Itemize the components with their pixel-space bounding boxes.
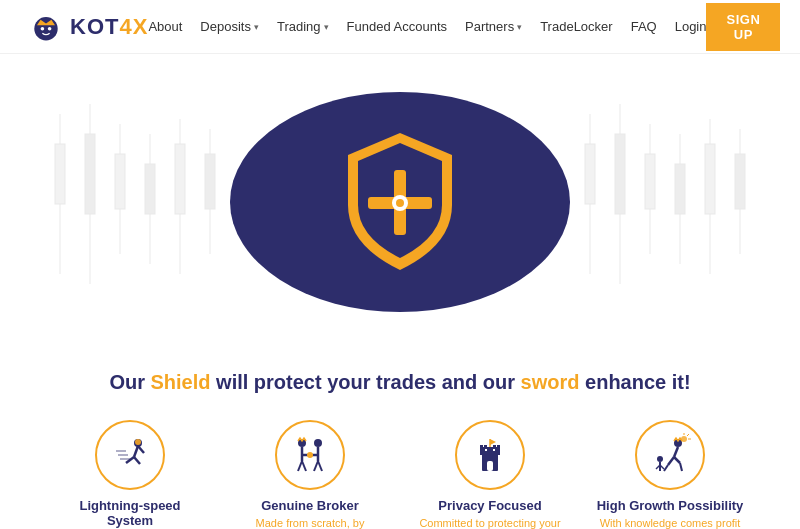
nav-item-trading[interactable]: Trading ▾ [277,19,329,34]
feature-lightning-icon [95,420,165,490]
signup-button[interactable]: SIGN UP [706,3,780,51]
svg-rect-56 [493,445,496,449]
feature-privacy-title: Privacy Focused [438,498,541,513]
features-section: Lightning-speed System Designed for effi… [0,410,800,529]
feature-growth: High Growth Possibility With knowledge c… [595,420,745,529]
nav-item-faq[interactable]: FAQ [631,19,657,34]
svg-point-32 [135,439,141,445]
svg-point-0 [34,17,57,40]
nav: About Deposits ▾ Trading ▾ Funded Accoun… [148,19,706,34]
logo-icon [28,9,64,45]
svg-point-45 [307,452,313,458]
feature-lightning: Lightning-speed System Designed for effi… [55,420,205,529]
feature-privacy: Privacy Focused Committed to protecting … [415,420,565,529]
nav-item-tradelocker[interactable]: TradeLocker [540,19,613,34]
nav-item-partners[interactable]: Partners ▾ [465,19,522,34]
svg-line-65 [664,465,668,471]
svg-rect-20 [645,154,655,209]
svg-rect-58 [487,461,493,471]
svg-marker-60 [490,439,496,445]
svg-line-34 [126,457,134,463]
svg-rect-16 [585,144,595,204]
svg-line-64 [674,457,680,463]
logo-text: KOT4X [70,14,148,40]
svg-line-73 [687,434,689,436]
svg-rect-14 [205,154,215,209]
svg-rect-8 [115,154,125,209]
svg-line-66 [680,463,682,471]
svg-point-67 [657,456,663,462]
svg-line-62 [674,447,678,457]
feature-broker: Genuine Broker Made from scratch, by pro… [235,420,385,529]
tagline-section: Our Shield will protect your trades and … [0,349,800,410]
feature-growth-title: High Growth Possibility [597,498,744,513]
svg-line-47 [302,461,306,471]
svg-line-49 [318,461,322,471]
svg-rect-57 [497,445,500,449]
svg-rect-22 [675,164,685,214]
nav-item-about[interactable]: About [148,19,182,34]
feature-privacy-icon [455,420,525,490]
feature-privacy-desc: Committed to protecting your data [415,517,565,529]
svg-rect-10 [145,164,155,214]
svg-line-46 [298,461,302,471]
logo: KOT4X [28,9,148,45]
svg-point-2 [48,27,52,31]
svg-line-36 [138,446,144,453]
nav-item-login[interactable]: Login [675,19,707,34]
feature-growth-desc: With knowledge comes profit [600,517,741,529]
svg-rect-12 [175,144,185,214]
tagline-text: Our Shield will protect your trades and … [20,371,780,394]
svg-rect-6 [85,134,95,214]
feature-growth-icon [635,420,705,490]
svg-line-63 [668,457,674,465]
svg-rect-4 [55,144,65,204]
feature-lightning-title: Lightning-speed System [55,498,205,528]
svg-point-41 [314,439,322,447]
chevron-down-icon: ▾ [254,22,259,32]
svg-rect-55 [484,445,487,449]
svg-point-1 [41,27,45,31]
nav-item-funded[interactable]: Funded Accounts [347,19,447,34]
svg-line-48 [314,461,318,471]
svg-line-33 [134,446,138,457]
svg-rect-54 [480,445,483,449]
svg-line-35 [134,457,140,464]
svg-rect-53 [487,447,493,453]
nav-item-deposits[interactable]: Deposits ▾ [200,19,259,34]
svg-rect-26 [735,154,745,209]
svg-point-30 [396,199,404,207]
chevron-down-icon: ▾ [324,22,329,32]
feature-broker-title: Genuine Broker [261,498,359,513]
header: KOT4X About Deposits ▾ Trading ▾ Funded … [0,0,800,54]
svg-point-71 [681,436,687,442]
feature-broker-icon [275,420,345,490]
hero-section [0,54,800,349]
chevron-down-icon: ▾ [517,22,522,32]
svg-rect-24 [705,144,715,214]
feature-broker-desc: Made from scratch, by professionals [235,517,385,529]
svg-rect-18 [615,134,625,214]
shield-icon [330,125,470,279]
